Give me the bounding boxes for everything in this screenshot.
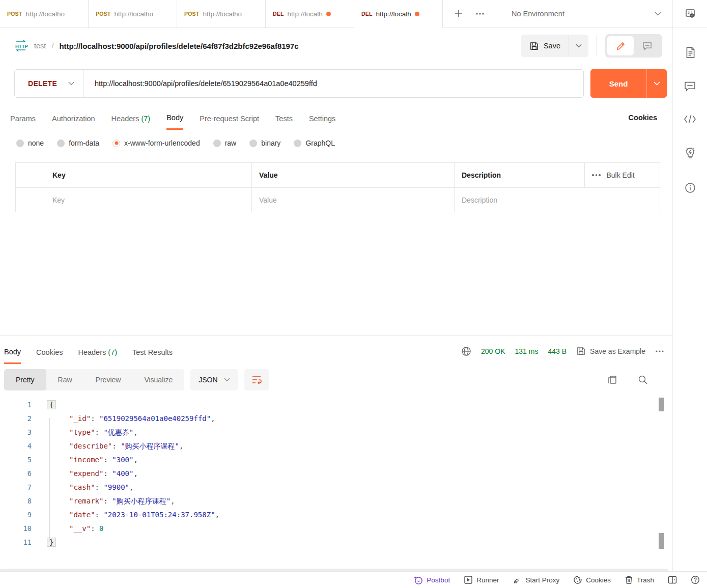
value-input[interactable]: Value bbox=[252, 188, 455, 212]
main-pane: POST http://localho POST http://localho … bbox=[0, 0, 672, 571]
save-options-button[interactable] bbox=[569, 35, 588, 57]
request-tab-2[interactable]: POST http://localho bbox=[89, 0, 177, 27]
copy-icon[interactable] bbox=[607, 375, 617, 385]
fold-marker[interactable]: } bbox=[47, 538, 56, 547]
fold-marker[interactable]: { bbox=[47, 400, 56, 409]
table-row: Key Value Description bbox=[16, 187, 660, 212]
bulk-edit-button[interactable]: Bulk Edit bbox=[607, 171, 635, 179]
response-view-row: Pretty Raw Preview Visualize JSON bbox=[0, 366, 672, 394]
response-time[interactable]: 131 ms bbox=[515, 347, 539, 355]
globe-icon[interactable] bbox=[461, 346, 471, 356]
view-preview[interactable]: Preview bbox=[84, 369, 133, 390]
tab-body[interactable]: Body bbox=[166, 105, 183, 130]
response-tab-cookies[interactable]: Cookies bbox=[36, 339, 63, 363]
scrollbar-thumb[interactable] bbox=[659, 533, 664, 549]
tab-options-button[interactable] bbox=[471, 12, 489, 15]
url-input[interactable]: http://localhost:9000/api/profiles/delet… bbox=[84, 79, 317, 88]
body-mode-graphql[interactable]: GraphQL bbox=[294, 139, 335, 147]
environment-quick-look-button[interactable] bbox=[685, 8, 696, 19]
language-dropdown[interactable]: JSON bbox=[190, 369, 238, 390]
request-title[interactable]: http://localhost:9000/api/profiles/delet… bbox=[59, 42, 298, 50]
code-line: 7"cash": "9900", bbox=[0, 481, 672, 494]
new-tab-button[interactable] bbox=[450, 9, 467, 18]
response-tab-test-results[interactable]: Test Results bbox=[132, 339, 173, 363]
response-tab-headers[interactable]: Headers (7) bbox=[78, 339, 117, 363]
key-column-header: Key bbox=[45, 163, 252, 187]
collection-name[interactable]: test bbox=[34, 42, 46, 50]
help-button[interactable] bbox=[691, 575, 700, 584]
code-snippet-button[interactable] bbox=[684, 115, 696, 124]
comment-mode-button[interactable] bbox=[634, 36, 660, 55]
view-pretty[interactable]: Pretty bbox=[4, 369, 46, 390]
info-button[interactable] bbox=[684, 182, 696, 194]
code-line: 8"remark": "购买小程序课程", bbox=[0, 494, 672, 508]
response-tab-body[interactable]: Body bbox=[4, 339, 21, 364]
svg-text:HTTP: HTTP bbox=[15, 43, 28, 49]
body-mode-urlencoded[interactable]: x-www-form-urlencoded bbox=[112, 139, 200, 147]
body-mode-form-data[interactable]: form-data bbox=[57, 139, 99, 147]
method-badge: POST bbox=[184, 11, 199, 17]
tab-params[interactable]: Params bbox=[10, 106, 36, 129]
method-dropdown-chevron[interactable] bbox=[68, 81, 74, 86]
save-as-example-button[interactable]: Save as Example bbox=[576, 346, 645, 356]
view-visualize[interactable]: Visualize bbox=[132, 369, 184, 390]
tab-authorization[interactable]: Authorization bbox=[52, 106, 95, 129]
tab-headers[interactable]: Headers (7) bbox=[111, 106, 151, 129]
comments-button[interactable] bbox=[684, 81, 696, 92]
method-dropdown[interactable]: DELETE bbox=[15, 79, 68, 88]
view-raw[interactable]: Raw bbox=[46, 369, 84, 390]
trash-icon bbox=[625, 575, 633, 584]
postbot-icon bbox=[413, 575, 423, 585]
documentation-button[interactable] bbox=[685, 46, 696, 59]
scrollbar-thumb[interactable] bbox=[659, 398, 664, 411]
url-builder: DELETE http://localhost:9000/api/profile… bbox=[14, 69, 584, 98]
cookies-link[interactable]: Cookies bbox=[629, 114, 657, 122]
radio-icon bbox=[249, 139, 257, 147]
runner-button[interactable]: Runner bbox=[464, 575, 499, 584]
horizontal-scrollbar[interactable] bbox=[0, 569, 668, 571]
key-input[interactable]: Key bbox=[45, 188, 252, 212]
value-column-header: Value bbox=[252, 163, 455, 187]
request-tab-3[interactable]: POST http://localho bbox=[177, 0, 266, 27]
body-mode-raw[interactable]: raw bbox=[213, 139, 237, 147]
cookies-button[interactable]: Cookies bbox=[573, 575, 611, 584]
send-options-button[interactable] bbox=[646, 69, 667, 98]
wrap-lines-button[interactable] bbox=[244, 369, 269, 390]
description-input[interactable]: Description bbox=[455, 188, 660, 212]
tab-prerequest-script[interactable]: Pre-request Script bbox=[200, 106, 259, 129]
toggle-panel-button[interactable] bbox=[668, 576, 677, 584]
response-body-editor[interactable]: 1{ 2"_id": "6519029564a01a0e40259ffd", 3… bbox=[0, 394, 672, 569]
postbot-button[interactable]: Postbot bbox=[413, 575, 450, 585]
plus-icon bbox=[454, 9, 463, 18]
response-options-icon[interactable] bbox=[655, 350, 664, 353]
start-proxy-button[interactable]: Start Proxy bbox=[513, 575, 559, 584]
indent-guide bbox=[49, 418, 50, 542]
insights-button[interactable] bbox=[684, 146, 696, 159]
method-badge: DEL bbox=[361, 11, 373, 17]
tab-tests[interactable]: Tests bbox=[275, 106, 293, 129]
save-button[interactable]: Save bbox=[521, 35, 569, 57]
urlencoded-params-table: Key Value Description Bulk Edit Key Valu… bbox=[15, 162, 660, 212]
body-mode-binary[interactable]: binary bbox=[249, 139, 280, 147]
response-size[interactable]: 443 B bbox=[548, 347, 567, 355]
more-actions-icon[interactable] bbox=[592, 174, 601, 176]
send-button-group: Send bbox=[590, 69, 667, 98]
method-badge: POST bbox=[7, 11, 22, 17]
radio-icon bbox=[57, 139, 65, 147]
body-mode-selector: none form-data x-www-form-urlencoded raw… bbox=[0, 132, 672, 154]
request-tab-4[interactable]: DEL http://localh bbox=[266, 0, 354, 27]
request-tab-5-active[interactable]: DEL http://localh bbox=[354, 0, 443, 28]
code-line: 4"describe": "购买小程序课程", bbox=[0, 439, 672, 453]
send-button[interactable]: Send bbox=[590, 69, 646, 98]
tab-settings[interactable]: Settings bbox=[309, 106, 335, 129]
search-icon[interactable] bbox=[638, 375, 648, 385]
documentation-icon bbox=[685, 46, 696, 59]
body-mode-none[interactable]: none bbox=[16, 139, 44, 147]
status-badge[interactable]: 200 OK bbox=[481, 347, 505, 355]
request-tab-1[interactable]: POST http://localho bbox=[0, 0, 89, 27]
edit-mode-button[interactable] bbox=[607, 36, 634, 55]
environment-selector[interactable]: No Environment bbox=[496, 0, 672, 27]
pencil-icon bbox=[616, 41, 626, 51]
trash-button[interactable]: Trash bbox=[625, 575, 654, 584]
save-button-group: Save bbox=[521, 35, 588, 57]
